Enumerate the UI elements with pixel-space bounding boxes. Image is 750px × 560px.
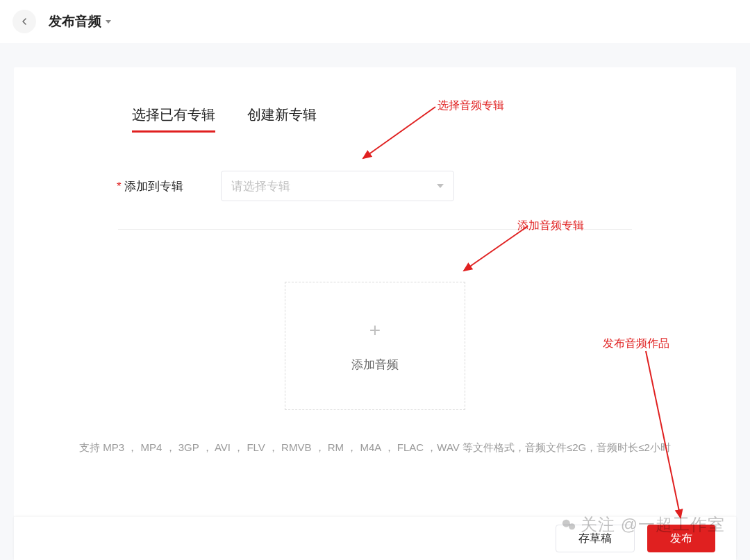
page-header: 发布音频 [0,0,750,43]
label-add-to-album: *添加到专辑 [117,178,221,194]
main-card: 选择已有专辑 创建新专辑 *添加到专辑 请选择专辑 + 添加音频 支持 MP3 … [14,67,736,517]
arrow-left-icon [19,16,30,27]
save-draft-button[interactable]: 存草稿 [556,525,635,552]
page-title: 发布音频 [49,12,101,31]
tab-create-album[interactable]: 创建新专辑 [247,105,317,133]
publish-button[interactable]: 发布 [647,525,715,552]
divider [118,229,632,230]
album-tabs: 选择已有专辑 创建新专辑 [14,105,736,133]
upload-label: 添加音频 [351,357,399,373]
chevron-down-icon [106,20,111,24]
select-album[interactable]: 请选择专辑 [221,171,454,201]
page-title-dropdown[interactable]: 发布音频 [49,12,111,31]
footer-bar: 存草稿 发布 [14,517,736,560]
upload-audio-dropzone[interactable]: + 添加音频 [285,282,465,410]
required-asterisk: * [117,180,122,193]
back-button[interactable] [12,10,36,33]
form-row-add-album: *添加到专辑 请选择专辑 [14,171,736,201]
tab-existing-album[interactable]: 选择已有专辑 [132,105,215,133]
upload-hint: 支持 MP3 ， MP4 ， 3GP ， AVI ， FLV ， RMVB ， … [14,438,736,458]
chevron-down-icon [437,184,444,188]
select-placeholder: 请选择专辑 [231,178,290,194]
plus-icon: + [369,319,381,341]
